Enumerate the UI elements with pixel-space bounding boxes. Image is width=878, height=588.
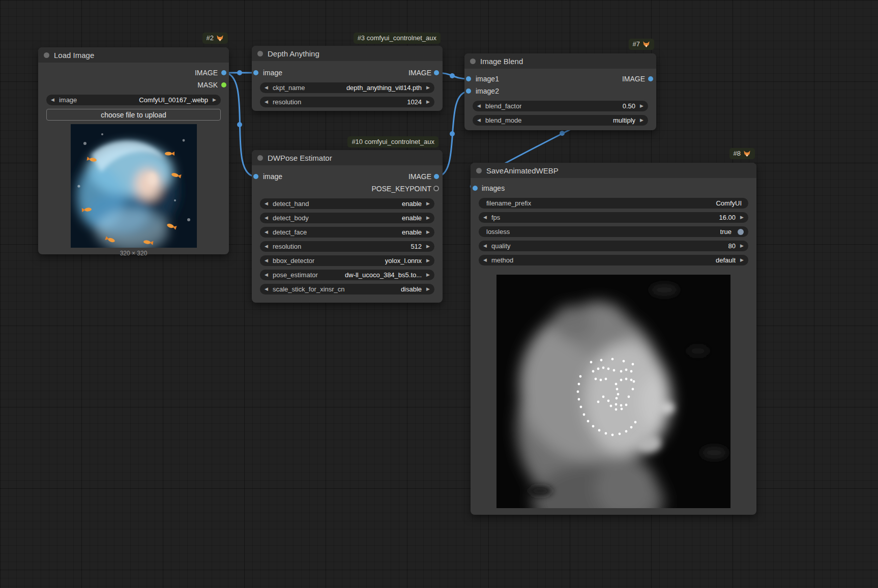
increment-arrow-icon[interactable]: ▶ [426, 244, 430, 249]
widget-method[interactable]: ◀ method default ▶ [479, 255, 748, 266]
decrement-arrow-icon[interactable]: ◀ [483, 244, 487, 248]
node-header[interactable]: SaveAnimatedWEBP [471, 163, 756, 178]
prev-value-arrow-icon[interactable]: ◀ [477, 118, 481, 123]
widget-detect-hand[interactable]: ◀ detect_hand enable ▶ [260, 198, 434, 209]
output-slot-image[interactable] [434, 70, 439, 75]
widget-detect-face[interactable]: ◀ detect_face enable ▶ [260, 227, 434, 238]
widget-ckpt-name[interactable]: ◀ ckpt_name depth_anything_vitl14.pth ▶ [260, 82, 434, 93]
input-slot-images[interactable] [473, 186, 478, 191]
node-header[interactable]: Image Blend [464, 53, 656, 69]
node-header[interactable]: DWPose Estimator [252, 150, 443, 165]
widget-blend-factor[interactable]: ◀ blend_factor 0.50 ▶ [473, 101, 648, 111]
decrement-arrow-icon[interactable]: ◀ [483, 215, 487, 220]
widget-value: true [720, 228, 731, 236]
next-value-arrow-icon[interactable]: ▶ [426, 216, 430, 220]
widget-value: enable [402, 228, 422, 236]
input-slot-image[interactable] [253, 70, 258, 75]
node-title: DWPose Estimator [268, 154, 332, 162]
prev-value-arrow-icon[interactable]: ◀ [265, 216, 268, 220]
prev-value-arrow-icon[interactable]: ◀ [265, 85, 268, 90]
slot-label-images-in: images [482, 184, 505, 192]
widget-value: yolox_l.onnx [385, 257, 422, 264]
widget-label: resolution [273, 243, 301, 250]
slot-label-image-in: image [263, 172, 282, 181]
input-slot-image1[interactable] [466, 76, 471, 81]
widget-scale-stick-for-xinsr-cn[interactable]: ◀ scale_stick_for_xinsr_cn disable ▶ [260, 284, 434, 295]
node-save-animated-webp: #8 SaveAnimatedWEBP images filename_pref… [471, 163, 756, 515]
widget-fps[interactable]: ◀ fps 16.00 ▶ [479, 212, 748, 223]
widget-label: filename_prefix [486, 199, 531, 207]
widget-value: default [716, 256, 736, 264]
next-value-arrow-icon[interactable]: ▶ [426, 85, 430, 90]
prev-value-arrow-icon[interactable]: ◀ [265, 273, 268, 277]
increment-arrow-icon[interactable]: ▶ [740, 215, 744, 220]
badge-label: #10 comfyui_controlnet_aux [352, 138, 434, 146]
widget-resolution[interactable]: ◀ resolution 512 ▶ [260, 241, 434, 252]
next-value-arrow-icon[interactable]: ▶ [426, 287, 430, 291]
choose-file-button[interactable]: choose file to upload [46, 109, 221, 121]
link-midpoint-dot [450, 131, 455, 136]
increment-arrow-icon[interactable]: ▶ [740, 244, 744, 248]
widget-detect-body[interactable]: ◀ detect_body enable ▶ [260, 213, 434, 223]
widget-label: scale_stick_for_xinsr_cn [273, 285, 345, 293]
increment-arrow-icon[interactable]: ▶ [640, 104, 643, 108]
next-value-arrow-icon[interactable]: ▶ [426, 201, 430, 206]
widget-label: detect_hand [273, 200, 309, 208]
node-image-blend: #7 Image Blend image1 IMAGE image2 ◀ ble… [464, 53, 656, 130]
output-slot-image[interactable] [648, 76, 653, 81]
prev-value-arrow-icon[interactable]: ◀ [265, 230, 268, 234]
widget-value: disable [401, 285, 422, 293]
node-title: Depth Anything [268, 49, 319, 58]
widget-value: 80 [728, 242, 736, 250]
slot-label-image-out: IMAGE [408, 172, 431, 181]
toggle-knob-icon[interactable] [738, 229, 744, 235]
prev-value-arrow-icon[interactable]: ◀ [265, 287, 268, 291]
increment-arrow-icon[interactable]: ▶ [426, 100, 430, 104]
widget-pose-estimator[interactable]: ◀ pose_estimator dw-ll_ucoco_384_bs5.to.… [260, 270, 434, 280]
output-slot-pose-keypoint[interactable] [433, 186, 439, 191]
widget-bbox-detector[interactable]: ◀ bbox_detector yolox_l.onnx ▶ [260, 255, 434, 266]
input-slot-image2[interactable] [466, 89, 471, 94]
fox-icon [743, 150, 751, 157]
next-value-arrow-icon[interactable]: ▶ [740, 258, 744, 262]
next-value-arrow-icon[interactable]: ▶ [426, 273, 430, 277]
next-value-arrow-icon[interactable]: ▶ [640, 118, 643, 123]
widget-label: ckpt_name [273, 84, 305, 92]
decrement-arrow-icon[interactable]: ◀ [477, 104, 481, 108]
widget-label: image [59, 96, 77, 104]
output-slot-image[interactable] [221, 70, 226, 75]
decrement-arrow-icon[interactable]: ◀ [265, 244, 268, 249]
widget-blend-mode[interactable]: ◀ blend_mode multiply ▶ [473, 115, 648, 126]
widget-lossless-toggle[interactable]: lossless true [479, 226, 748, 237]
node-header[interactable]: Depth Anything [252, 46, 443, 61]
widget-quality[interactable]: ◀ quality 80 ▶ [479, 241, 748, 251]
widget-filename-prefix[interactable]: filename_prefix ComfyUI [479, 198, 748, 209]
prev-value-arrow-icon[interactable]: ◀ [265, 258, 268, 263]
prev-value-arrow-icon[interactable]: ◀ [265, 201, 268, 206]
prev-value-arrow-icon[interactable]: ◀ [51, 98, 54, 102]
widget-resolution[interactable]: ◀ resolution 1024 ▶ [260, 97, 434, 107]
widget-image-combo[interactable]: ◀ image ComfyUI_00167_.webp ▶ [46, 95, 221, 105]
slot-label-image-out: IMAGE [622, 75, 645, 83]
widget-label: detect_face [273, 228, 307, 236]
widget-value: 1024 [407, 98, 422, 106]
node-status-dot [44, 52, 49, 58]
next-value-arrow-icon[interactable]: ▶ [426, 230, 430, 234]
slot-label-image-out: IMAGE [408, 69, 431, 77]
node-status-dot [257, 51, 263, 56]
node-header[interactable]: Load Image [38, 47, 229, 63]
output-slot-mask[interactable] [221, 82, 226, 87]
output-slot-image[interactable] [434, 174, 439, 179]
next-value-arrow-icon[interactable]: ▶ [213, 98, 216, 102]
slot-label-image2-in: image2 [476, 87, 499, 95]
prev-value-arrow-icon[interactable]: ◀ [483, 258, 487, 262]
decrement-arrow-icon[interactable]: ◀ [265, 100, 268, 104]
node-id-badge: #10 comfyui_controlnet_aux [347, 136, 438, 148]
input-slot-image[interactable] [253, 174, 258, 179]
node-graph-canvas[interactable]: #2 Load Image IMAGE MASK ◀ image ComfyUI… [0, 0, 878, 588]
node-title: SaveAnimatedWEBP [486, 166, 559, 175]
next-value-arrow-icon[interactable]: ▶ [426, 258, 430, 263]
widget-label: bbox_detector [273, 257, 314, 264]
node-id-badge: #7 [629, 39, 654, 50]
node-status-dot [257, 155, 263, 161]
